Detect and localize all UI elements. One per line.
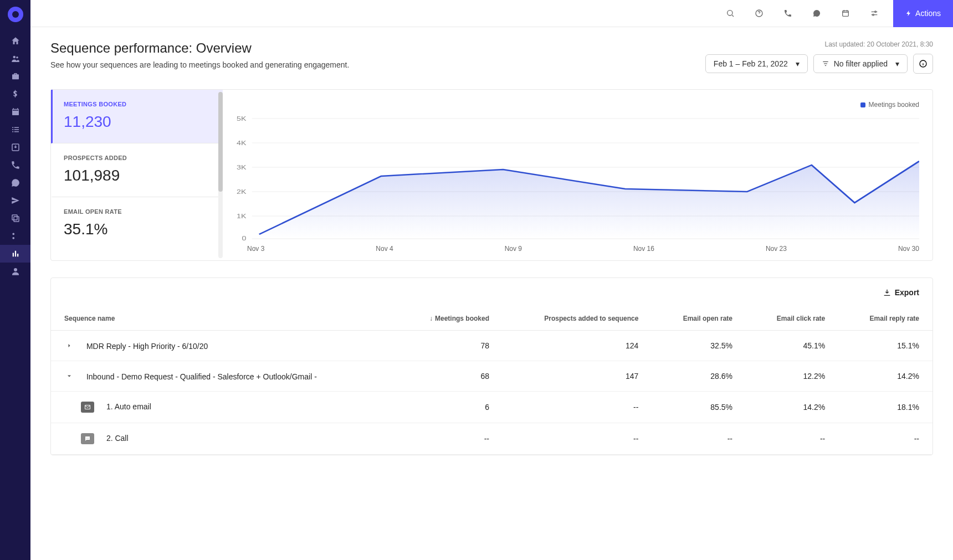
y-tick: 5K: [237, 115, 247, 122]
kpi-value: 35.1%: [64, 220, 212, 238]
svg-point-6: [727, 11, 732, 16]
y-tick: 2K: [237, 188, 247, 196]
table-step-row[interactable]: 2. Call -- -- -- -- --: [51, 423, 932, 455]
filter-button[interactable]: No filter applied ▾: [813, 54, 908, 73]
svg-rect-3: [14, 217, 19, 222]
y-tick: 3K: [237, 164, 247, 171]
x-tick: Nov 9: [505, 245, 522, 253]
page-subtitle: See how your sequences are leading to me…: [50, 60, 349, 69]
svg-point-10: [873, 14, 874, 16]
calendar-icon[interactable]: [836, 3, 855, 23]
nav-people[interactable]: [0, 50, 30, 68]
kpi-label: PROSPECTS ADDED: [64, 155, 212, 161]
table-step-row[interactable]: 1. Auto email 6 -- 85.5% 14.2% 18.1%: [51, 392, 932, 423]
col-sequence-name[interactable]: Sequence name: [51, 307, 396, 331]
col-prospects-added[interactable]: Prospects added to sequence: [503, 307, 652, 331]
left-sidebar: [0, 0, 30, 560]
kpi-value: 11,230: [64, 113, 212, 131]
sort-desc-icon: ↓: [429, 315, 433, 322]
cell-reply: 18.1%: [838, 392, 932, 423]
chevron-down-icon: ▾: [895, 59, 899, 68]
sequence-table: Sequence name ↓Meetings booked Prospects…: [51, 307, 932, 455]
app-logo-icon[interactable]: [8, 7, 23, 22]
col-email-click-rate[interactable]: Email click rate: [746, 307, 838, 331]
kpi-value: 101,989: [64, 167, 212, 184]
y-tick: 1K: [237, 213, 247, 220]
cell-open: 32.5%: [652, 331, 746, 361]
nav-calendar[interactable]: [0, 103, 30, 121]
col-email-reply-rate[interactable]: Email reply rate: [838, 307, 932, 331]
filter-icon: [822, 60, 829, 68]
chevron-right-icon: [66, 342, 73, 349]
search-icon[interactable]: [720, 3, 740, 23]
chat-icon[interactable]: [807, 3, 827, 23]
cell-click: 12.2%: [746, 361, 838, 392]
kpi-scrollbar[interactable]: [218, 92, 223, 258]
table-row[interactable]: Inbound - Demo Request - Qualified - Sal…: [51, 361, 932, 392]
sequence-name: MDR Reply - High Priority - 6/10/20: [86, 342, 208, 351]
topbar: Actions: [30, 0, 953, 27]
step-label: 1. Auto email: [106, 402, 151, 411]
x-axis-labels: Nov 3 Nov 4 Nov 9 Nov 16 Nov 23 Nov 30: [247, 245, 919, 253]
cell-prospects: 124: [503, 331, 652, 361]
kpi-label: EMAIL OPEN RATE: [64, 208, 212, 215]
col-email-open-rate[interactable]: Email open rate: [652, 307, 746, 331]
help-icon[interactable]: [749, 3, 769, 23]
table-row[interactable]: MDR Reply - High Priority - 6/10/20 78 1…: [51, 331, 932, 361]
info-button[interactable]: [913, 54, 933, 74]
kpi-card-prospects-added[interactable]: PROSPECTS ADDED 101,989: [51, 143, 223, 197]
lightning-icon: [905, 10, 912, 17]
nav-phone[interactable]: [0, 156, 30, 174]
phone-icon[interactable]: [778, 3, 798, 23]
expand-toggle[interactable]: [64, 371, 74, 381]
filter-label: No filter applied: [834, 59, 888, 68]
last-updated-text: Last updated: 20 October 2021, 8:30: [705, 40, 933, 48]
actions-button-label: Actions: [915, 9, 941, 18]
svg-point-20: [88, 438, 89, 439]
cell-reply: --: [838, 423, 932, 455]
x-tick: Nov 3: [247, 245, 264, 253]
nav-briefcase[interactable]: [0, 68, 30, 85]
x-tick: Nov 23: [766, 245, 787, 253]
date-range-button[interactable]: Feb 1 – Feb 21, 2022 ▾: [705, 54, 808, 73]
page-title: Sequence performance: Overview: [50, 40, 349, 56]
nav-send[interactable]: [0, 192, 30, 209]
nav-home[interactable]: [0, 32, 30, 50]
nav-inbox[interactable]: [0, 138, 30, 156]
nav-snippets[interactable]: [0, 227, 30, 245]
y-tick: 4K: [237, 140, 247, 147]
cell-click: 45.1%: [746, 331, 838, 361]
cell-open: 28.6%: [652, 361, 746, 392]
expand-toggle[interactable]: [64, 341, 74, 351]
export-button[interactable]: Export: [883, 288, 919, 297]
settings-slider-icon[interactable]: [864, 3, 884, 23]
export-label: Export: [895, 288, 919, 297]
nav-dollar[interactable]: [0, 85, 30, 103]
download-icon: [883, 288, 891, 297]
cell-meetings: 78: [396, 331, 503, 361]
col-meetings-booked[interactable]: ↓Meetings booked: [396, 307, 503, 331]
kpi-list: MEETINGS BOOKED 11,230 PROSPECTS ADDED 1…: [51, 90, 223, 260]
nav-tasks[interactable]: [0, 121, 30, 138]
chevron-down-icon: [66, 373, 73, 379]
kpi-chart-panel: MEETINGS BOOKED 11,230 PROSPECTS ADDED 1…: [50, 89, 933, 261]
nav-user[interactable]: [0, 263, 30, 280]
step-label: 2. Call: [106, 434, 129, 443]
nav-chat[interactable]: [0, 174, 30, 192]
kpi-card-meetings-booked[interactable]: MEETINGS BOOKED 11,230: [51, 90, 223, 143]
kpi-card-email-open-rate[interactable]: EMAIL OPEN RATE 35.1%: [51, 197, 223, 250]
cell-reply: 15.1%: [838, 331, 932, 361]
cell-meetings: --: [396, 423, 503, 455]
nav-analytics[interactable]: [0, 245, 30, 263]
cell-open: --: [652, 423, 746, 455]
cell-meetings: 68: [396, 361, 503, 392]
svg-point-0: [13, 56, 16, 59]
chat-bubble-icon: [81, 433, 94, 444]
actions-button[interactable]: Actions: [893, 0, 953, 27]
nav-copy[interactable]: [0, 209, 30, 227]
cell-click: 14.2%: [746, 392, 838, 423]
legend-swatch-icon: [860, 102, 865, 107]
line-chart: 5K 4K 3K 2K 1K 0: [230, 114, 919, 242]
sequence-table-panel: Export Sequence name ↓Meetings booked Pr…: [50, 278, 933, 455]
cell-open: 85.5%: [652, 392, 746, 423]
